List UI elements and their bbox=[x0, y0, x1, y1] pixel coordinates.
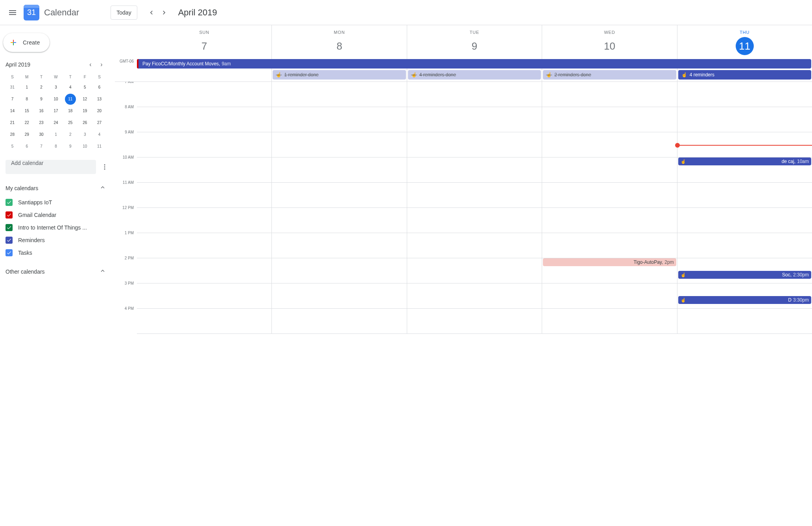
mini-day[interactable]: 6 bbox=[94, 82, 105, 93]
calendar-item[interactable]: Gmail Calendar bbox=[6, 209, 106, 221]
event[interactable]: ☝Soc, 2:30pm bbox=[678, 271, 811, 279]
day-header[interactable]: TUE9 bbox=[407, 25, 542, 58]
mini-day[interactable]: 6 bbox=[21, 141, 32, 152]
mini-day[interactable]: 9 bbox=[36, 94, 47, 105]
day-number[interactable]: 9 bbox=[465, 37, 484, 55]
mini-day[interactable]: 31 bbox=[7, 82, 18, 93]
mini-next-button[interactable]: › bbox=[97, 60, 106, 69]
mini-day[interactable]: 22 bbox=[21, 117, 32, 128]
allday-event[interactable]: Pay FicoCC/Monthly Account Moves, 9am bbox=[137, 59, 811, 69]
mini-day[interactable]: 5 bbox=[79, 82, 90, 93]
mini-day[interactable]: 23 bbox=[36, 117, 47, 128]
mini-day[interactable]: 1 bbox=[50, 129, 61, 140]
create-button[interactable]: Create bbox=[3, 33, 50, 52]
hour-cell[interactable] bbox=[407, 258, 542, 283]
hour-cell[interactable] bbox=[272, 309, 406, 334]
hour-cell[interactable] bbox=[407, 107, 542, 132]
mini-day[interactable]: 20 bbox=[94, 106, 105, 117]
hour-cell[interactable] bbox=[137, 183, 271, 208]
other-calendars-toggle[interactable]: Other calendars bbox=[6, 264, 106, 280]
event[interactable]: Tigo-AutoPay, 2pm bbox=[543, 258, 676, 266]
mini-day[interactable]: 15 bbox=[21, 106, 32, 117]
mini-day[interactable]: 4 bbox=[94, 129, 105, 140]
mini-day[interactable]: 24 bbox=[50, 117, 61, 128]
logo[interactable]: 31 Calendar bbox=[24, 5, 79, 20]
mini-day[interactable]: 13 bbox=[94, 94, 105, 105]
mini-day[interactable]: 11 bbox=[65, 94, 76, 105]
hour-cell[interactable] bbox=[137, 233, 271, 258]
hour-cell[interactable] bbox=[677, 183, 812, 208]
mini-day[interactable]: 8 bbox=[50, 141, 61, 152]
mini-day[interactable]: 3 bbox=[79, 129, 90, 140]
hour-cell[interactable] bbox=[407, 233, 542, 258]
hour-cell[interactable] bbox=[272, 233, 406, 258]
mini-day[interactable]: 12 bbox=[79, 94, 90, 105]
hour-cell[interactable] bbox=[137, 309, 271, 334]
mini-day[interactable]: 1 bbox=[21, 82, 32, 93]
hour-cell[interactable] bbox=[407, 283, 542, 309]
day-number[interactable]: 10 bbox=[600, 37, 618, 55]
mini-day[interactable]: 7 bbox=[7, 94, 18, 105]
mini-day[interactable]: 10 bbox=[50, 94, 61, 105]
hour-cell[interactable] bbox=[137, 132, 271, 157]
mini-day[interactable]: 9 bbox=[65, 141, 76, 152]
mini-day[interactable]: 2 bbox=[65, 129, 76, 140]
mini-day[interactable]: 19 bbox=[79, 106, 90, 117]
main-menu-button[interactable] bbox=[3, 3, 22, 22]
hour-cell[interactable] bbox=[407, 82, 542, 107]
today-button[interactable]: Today bbox=[111, 6, 137, 20]
hour-cell[interactable] bbox=[542, 233, 677, 258]
calendar-item[interactable]: Tasks bbox=[6, 246, 106, 259]
next-period-button[interactable] bbox=[158, 6, 170, 19]
hour-cell[interactable] bbox=[407, 183, 542, 208]
day-column[interactable]: ☝de caj, 10am☝Soc, 2:30pm☝D 3:30pm bbox=[677, 82, 812, 334]
mini-day[interactable]: 2 bbox=[36, 82, 47, 93]
prev-period-button[interactable] bbox=[145, 6, 158, 19]
mini-day[interactable]: 16 bbox=[36, 106, 47, 117]
mini-day[interactable]: 28 bbox=[7, 129, 18, 140]
calendar-options-button[interactable] bbox=[98, 160, 112, 174]
reminder-chip[interactable]: ☝4 reminders bbox=[678, 70, 811, 80]
event[interactable]: ☝de caj, 10am bbox=[678, 157, 811, 165]
mini-day[interactable]: 17 bbox=[50, 106, 61, 117]
mini-day[interactable]: 14 bbox=[7, 106, 18, 117]
hour-cell[interactable] bbox=[407, 132, 542, 157]
calendar-checkbox[interactable] bbox=[6, 237, 13, 244]
hour-cell[interactable] bbox=[542, 82, 677, 107]
mini-day[interactable]: 3 bbox=[50, 82, 61, 93]
mini-day[interactable]: 7 bbox=[36, 141, 47, 152]
mini-day[interactable]: 25 bbox=[65, 117, 76, 128]
calendar-item[interactable]: Intro to Internet Of Things ... bbox=[6, 221, 106, 234]
mini-day[interactable]: 26 bbox=[79, 117, 90, 128]
hour-cell[interactable] bbox=[407, 157, 542, 183]
day-column[interactable]: Tigo-AutoPay, 2pm bbox=[542, 82, 677, 334]
hour-cell[interactable] bbox=[542, 283, 677, 309]
hour-cell[interactable] bbox=[407, 208, 542, 233]
day-header[interactable]: THU11 bbox=[677, 25, 812, 58]
hour-cell[interactable] bbox=[137, 258, 271, 283]
day-header[interactable]: SUN7 bbox=[137, 25, 271, 58]
mini-day[interactable]: 30 bbox=[36, 129, 47, 140]
mini-day[interactable]: 29 bbox=[21, 129, 32, 140]
event[interactable]: ☝D 3:30pm bbox=[678, 296, 811, 304]
calendar-item[interactable]: Reminders bbox=[6, 234, 106, 246]
calendar-item[interactable]: Santiapps IoT bbox=[6, 196, 106, 209]
hour-cell[interactable] bbox=[137, 107, 271, 132]
hour-cell[interactable] bbox=[272, 183, 406, 208]
hour-cell[interactable] bbox=[677, 309, 812, 334]
day-column[interactable] bbox=[137, 82, 271, 334]
mini-day[interactable]: 8 bbox=[21, 94, 32, 105]
reminder-chip[interactable]: ☝1 reminder done bbox=[273, 70, 406, 80]
mini-day[interactable]: 18 bbox=[65, 106, 76, 117]
hour-cell[interactable] bbox=[407, 309, 542, 334]
mini-day[interactable]: 27 bbox=[94, 117, 105, 128]
hour-cell[interactable] bbox=[677, 82, 812, 107]
day-column[interactable] bbox=[407, 82, 542, 334]
hour-cell[interactable] bbox=[272, 107, 406, 132]
hour-cell[interactable] bbox=[542, 208, 677, 233]
hour-cell[interactable] bbox=[542, 183, 677, 208]
calendar-checkbox[interactable] bbox=[6, 199, 13, 206]
hour-cell[interactable] bbox=[272, 132, 406, 157]
mini-day[interactable]: 5 bbox=[7, 141, 18, 152]
hour-cell[interactable] bbox=[677, 233, 812, 258]
